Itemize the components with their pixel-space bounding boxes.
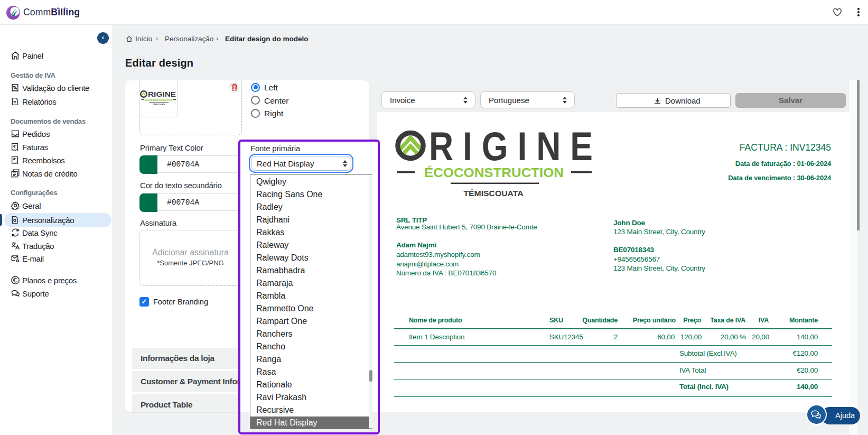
svg-text:RIGINE: RIGINE <box>148 91 176 98</box>
svg-text:TÉMISCOUATA: TÉMISCOUATA <box>153 103 165 106</box>
svg-text:RIGINE: RIGINE <box>429 128 593 169</box>
svg-text:TÉMISCOUATA: TÉMISCOUATA <box>464 189 524 198</box>
svg-text:ÉCOCONSTRUCTION: ÉCOCONSTRUCTION <box>424 165 564 180</box>
svg-text:ÉCOCONSTRUCTION: ÉCOCONSTRUCTION <box>145 98 173 101</box>
